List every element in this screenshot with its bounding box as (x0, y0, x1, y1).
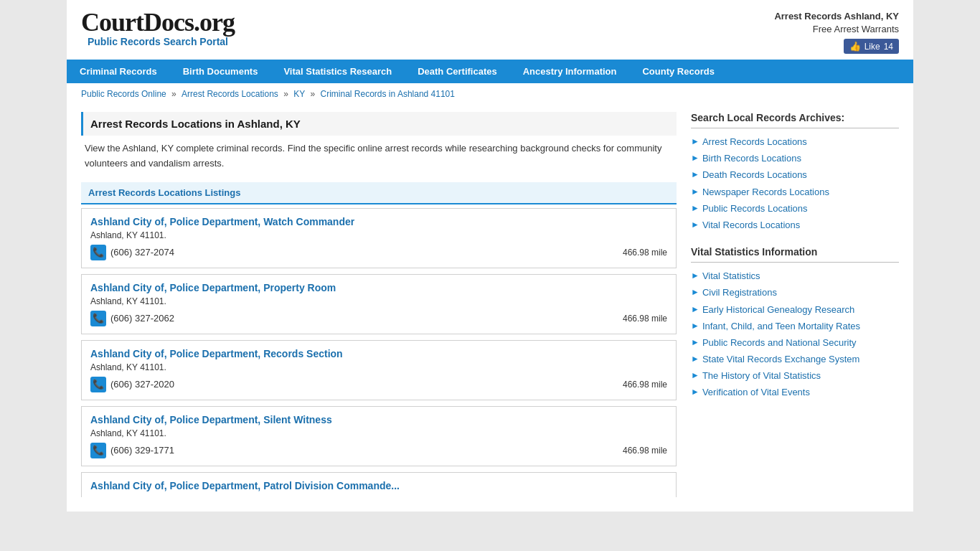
sidebar-archives-link-4[interactable]: Public Records Locations (702, 202, 808, 215)
sidebar-archives-link-2[interactable]: Death Records Locations (702, 169, 807, 182)
phone-number-0: (606) 327-2074 (110, 247, 174, 258)
record-distance-0: 466.98 mile (623, 248, 667, 258)
sidebar-archives-links: ►Arrest Records Locations►Birth Records … (691, 136, 899, 232)
record-name-0[interactable]: Ashland City of, Police Department, Watc… (90, 216, 667, 227)
sidebar-vital-link-5[interactable]: State Vital Records Exchange System (702, 353, 859, 366)
header-right: Arrest Records Ashland, KY Free Arrest W… (774, 7, 899, 54)
phone-info-3: 📞 (606) 329-1771 (90, 443, 174, 458)
record-phone-row-1: 📞 (606) 327-2062 466.98 mile (90, 311, 667, 326)
arrow-icon-archives-5: ► (691, 220, 699, 230)
phone-icon-0: 📞 (90, 245, 106, 260)
breadcrumb: Public Records Online » Arrest Records L… (67, 83, 913, 105)
listings-header: Arrest Records Locations Listings (81, 182, 677, 204)
logo-area: CourtDocs.org Public Records Search Port… (81, 7, 235, 47)
record-name-2[interactable]: Ashland City of, Police Department, Reco… (90, 348, 667, 359)
partial-record-name[interactable]: Ashland City of, Police Department, Patr… (90, 480, 667, 491)
arrow-icon-archives-3: ► (691, 187, 699, 197)
record-address-0: Ashland, KY 41101. (90, 230, 667, 240)
sidebar-vital-item-1: ►Civil Registrations (691, 286, 899, 299)
fb-like-label: Like (864, 42, 880, 52)
record-address-1: Ashland, KY 41101. (90, 296, 667, 306)
header-free-warrants: Free Arrest Warrants (774, 24, 899, 34)
sidebar-section-archives: Search Local Records Archives: ►Arrest R… (691, 112, 899, 232)
breadcrumb-item-3[interactable]: Criminal Records in Ashland 41101 (321, 89, 455, 99)
arrow-icon-vital-7: ► (691, 387, 699, 397)
record-phone-row-3: 📞 (606) 329-1771 466.98 mile (90, 443, 667, 458)
record-phone-row-0: 📞 (606) 327-2074 466.98 mile (90, 245, 667, 260)
sidebar-archives-link-3[interactable]: Newspaper Records Locations (702, 186, 829, 199)
phone-icon-1: 📞 (90, 311, 106, 326)
record-name-1[interactable]: Ashland City of, Police Department, Prop… (90, 282, 667, 293)
arrow-icon-vital-2: ► (691, 304, 699, 314)
arrow-icon-archives-2: ► (691, 169, 699, 179)
record-distance-2: 466.98 mile (623, 380, 667, 390)
sidebar-archives-item-0: ►Arrest Records Locations (691, 136, 899, 149)
record-distance-3: 466.98 mile (623, 446, 667, 456)
partial-record-card: Ashland City of, Police Department, Patr… (81, 472, 677, 497)
arrow-icon-vital-0: ► (691, 270, 699, 281)
phone-info-0: 📞 (606) 327-2074 (90, 245, 174, 260)
phone-info-1: 📞 (606) 327-2062 (90, 311, 174, 326)
thumbs-up-icon: 👍 (849, 41, 861, 52)
sidebar-vital-link-4[interactable]: Public Records and National Security (702, 336, 857, 349)
arrow-icon-vital-6: ► (691, 370, 699, 380)
phone-icon-3: 📞 (90, 443, 106, 458)
sidebar-vital-item-0: ►Vital Statistics (691, 270, 899, 283)
record-phone-row-2: 📞 (606) 327-2020 466.98 mile (90, 377, 667, 392)
arrow-icon-vital-5: ► (691, 354, 699, 364)
arrow-icon-vital-3: ► (691, 321, 699, 331)
phone-number-2: (606) 327-2020 (110, 379, 174, 390)
nav-item-death-certificates[interactable]: Death Certificates (405, 60, 510, 83)
content-area: Arrest Records Locations in Ashland, KY … (67, 105, 913, 512)
arrow-icon-archives-0: ► (691, 136, 699, 146)
nav-item-vital-statistics-research[interactable]: Vital Statistics Research (270, 60, 405, 83)
nav-bar: Criminal RecordsBirth DocumentsVital Sta… (67, 60, 913, 83)
sidebar-vital-link-1[interactable]: Civil Registrations (702, 286, 777, 299)
phone-number-3: (606) 329-1771 (110, 445, 174, 456)
sidebar-vital-link-0[interactable]: Vital Statistics (702, 270, 760, 283)
sidebar-vital-item-7: ►Verification of Vital Events (691, 386, 899, 399)
breadcrumb-sep-1: » (281, 89, 291, 99)
fb-like-count: 14 (884, 42, 893, 52)
breadcrumb-sep-0: » (169, 89, 179, 99)
sidebar-vital-item-5: ►State Vital Records Exchange System (691, 353, 899, 366)
sidebar-archives-link-5[interactable]: Vital Records Locations (702, 219, 800, 232)
nav-item-birth-documents[interactable]: Birth Documents (170, 60, 271, 83)
sidebar-vital-item-6: ►The History of Vital Statistics (691, 369, 899, 382)
breadcrumb-item-2[interactable]: KY (293, 89, 305, 99)
sidebar-vital-link-3[interactable]: Infant, Child, and Teen Mortality Rates (702, 320, 860, 333)
sidebar-archives-link-0[interactable]: Arrest Records Locations (702, 136, 807, 149)
nav-item-criminal-records[interactable]: Criminal Records (67, 60, 170, 83)
header: CourtDocs.org Public Records Search Port… (67, 0, 913, 60)
nav-item-county-records[interactable]: County Records (629, 60, 727, 83)
arrow-icon-archives-4: ► (691, 203, 699, 213)
records-container: Ashland City of, Police Department, Watc… (81, 208, 677, 466)
sidebar-vital-link-7[interactable]: Verification of Vital Events (702, 386, 810, 399)
logo-title[interactable]: CourtDocs.org (81, 7, 235, 37)
sidebar-archives-link-1[interactable]: Birth Records Locations (702, 152, 801, 165)
record-name-3[interactable]: Ashland City of, Police Department, Sile… (90, 414, 667, 425)
page-description: View the Ashland, KY complete criminal r… (81, 141, 677, 171)
phone-icon-2: 📞 (90, 377, 106, 392)
breadcrumb-item-1[interactable]: Arrest Records Locations (182, 89, 278, 99)
record-card-0: Ashland City of, Police Department, Watc… (81, 208, 677, 268)
nav-item-ancestry-information[interactable]: Ancestry Information (510, 60, 630, 83)
sidebar-archives-item-1: ►Birth Records Locations (691, 152, 899, 165)
record-address-3: Ashland, KY 41101. (90, 428, 667, 438)
breadcrumb-item-0[interactable]: Public Records Online (81, 89, 166, 99)
sidebar-section-vital: Vital Statistics Information ►Vital Stat… (691, 246, 899, 400)
record-distance-1: 466.98 mile (623, 314, 667, 324)
sidebar-vital-item-3: ►Infant, Child, and Teen Mortality Rates (691, 320, 899, 333)
fb-like-button[interactable]: 👍 Like 14 (844, 39, 899, 54)
sidebar-vital-link-6[interactable]: The History of Vital Statistics (702, 369, 821, 382)
sidebar-vital-item-4: ►Public Records and National Security (691, 336, 899, 349)
record-card-3: Ashland City of, Police Department, Sile… (81, 406, 677, 466)
sidebar-vital-link-2[interactable]: Early Historical Genealogy Research (702, 303, 854, 316)
arrow-icon-vital-4: ► (691, 337, 699, 347)
record-address-2: Ashland, KY 41101. (90, 362, 667, 372)
breadcrumb-sep-2: » (308, 89, 317, 99)
sidebar-vital-title: Vital Statistics Information (691, 246, 899, 263)
header-arrest-title: Arrest Records Ashland, KY (774, 11, 899, 22)
record-card-1: Ashland City of, Police Department, Prop… (81, 274, 677, 334)
sidebar-archives-item-5: ►Vital Records Locations (691, 219, 899, 232)
